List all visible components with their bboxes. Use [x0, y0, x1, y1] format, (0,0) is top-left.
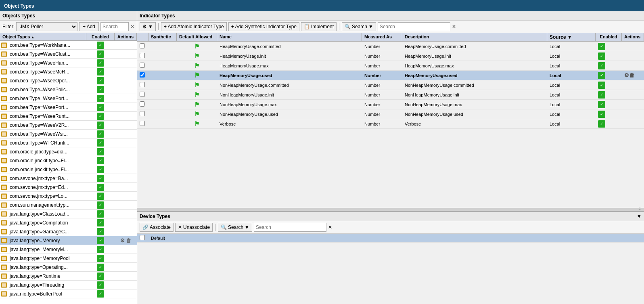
- indicator-search-clear[interactable]: ✕: [452, 24, 456, 29]
- object-row[interactable]: com.oracle.jrockit:type=Fl... ✓: [0, 165, 137, 174]
- settings-button[interactable]: ⚙ ▼: [140, 22, 156, 31]
- object-row[interactable]: java.lang:type=Threading ✓: [0, 281, 137, 289]
- device-search-clear[interactable]: ✕: [328, 224, 332, 230]
- edit-icon[interactable]: ⚙: [120, 237, 125, 243]
- object-row-enabled: ✓: [86, 50, 115, 58]
- indicator-row[interactable]: ⚑ NonHeapMemoryUsage.committed Number No…: [137, 80, 644, 90]
- delete-icon[interactable]: 🗑: [126, 237, 131, 243]
- enabled-check-icon: ✓: [97, 219, 104, 226]
- object-row[interactable]: java.lang:type=Runtime ✓: [0, 272, 137, 281]
- svg-rect-13: [2, 97, 6, 100]
- ind-row-source: Local: [547, 43, 596, 50]
- object-row-enabled: ✓: [86, 59, 115, 67]
- ind-row-actions: [622, 65, 644, 67]
- indicator-types-label: Indicator Types: [140, 13, 175, 19]
- ind-row-checkbox[interactable]: [137, 52, 148, 60]
- ind-row-checkbox[interactable]: [137, 62, 148, 69]
- object-row[interactable]: java.lang:type=Compilation ✓: [0, 218, 137, 227]
- object-row[interactable]: com.bea:Type=WorkMana... ✓: [0, 41, 137, 50]
- ind-row-checkbox[interactable]: [137, 91, 148, 99]
- indicator-row[interactable]: ⚑ NonHeapMemoryUsage.init Number NonHeap…: [137, 90, 644, 100]
- object-row[interactable]: com.bea:Type=WseeRunt... ✓: [0, 112, 137, 121]
- object-row-name: java.lang:type=Memory: [8, 237, 86, 244]
- filter-clear-button[interactable]: ✕: [130, 24, 134, 29]
- object-row[interactable]: java.lang:type=ClassLoad... ✓: [0, 210, 137, 218]
- ind-col-source[interactable]: Source ▼: [547, 33, 596, 41]
- object-row[interactable]: com.bea:Type=WseePort... ✓: [0, 94, 137, 103]
- indicator-row[interactable]: ⚑ NonHeapMemoryUsage.max Number NonHeapM…: [137, 100, 644, 109]
- object-row[interactable]: com.sevone.jmx:type=Ed... ✓: [0, 183, 137, 192]
- ind-row-checkbox[interactable]: [137, 101, 148, 108]
- ind-row-name: NonHeapMemoryUsage.max: [217, 101, 362, 108]
- object-row[interactable]: com.sevone.jmx:type=Lo... ✓: [0, 192, 137, 201]
- indicator-row[interactable]: ⚑ NonHeapMemoryUsage.used Number NonHeap…: [137, 109, 644, 119]
- object-row[interactable]: com.bea:Type=WseePolic... ✓: [0, 85, 137, 94]
- device-search-button[interactable]: 🔍 Search ▼: [218, 223, 252, 232]
- svg-rect-49: [2, 257, 6, 260]
- object-row[interactable]: java.lang:type=Operating... ✓: [0, 263, 137, 272]
- object-row[interactable]: java.lang:type=Memory ✓ ⚙🗑: [0, 236, 137, 245]
- filter-select[interactable]: JMX Poller All Custom: [16, 22, 77, 31]
- ind-col-description[interactable]: Description: [402, 33, 547, 41]
- device-expand-icon[interactable]: ▼: [637, 214, 642, 219]
- object-row[interactable]: java.lang:type=GarbageC... ✓: [0, 227, 137, 236]
- ind-row-checkbox[interactable]: [137, 42, 148, 50]
- ind-col-enabled[interactable]: Enabled: [596, 33, 622, 41]
- object-row[interactable]: com.bea:Type=WseePort... ✓: [0, 103, 137, 112]
- col-header-object-types[interactable]: Object Types: [0, 33, 86, 40]
- ind-row-synthetic: [148, 123, 177, 125]
- ind-row-checkbox[interactable]: [137, 120, 148, 128]
- object-row-name: java.lang:type=GarbageC...: [8, 228, 86, 235]
- add-synthetic-button[interactable]: + Add Synthetic Indicator Type: [228, 22, 299, 31]
- add-button[interactable]: + Add: [79, 22, 99, 31]
- object-row[interactable]: com.bea:Type=WseeMcR... ✓: [0, 67, 137, 76]
- dev-checkbox[interactable]: [137, 234, 148, 242]
- ind-col-synthetic[interactable]: Synthetic: [148, 33, 177, 41]
- object-row[interactable]: java.lang:type=MemoryM... ✓: [0, 245, 137, 254]
- object-row[interactable]: com.bea:Type=WseeWsr... ✓: [0, 130, 137, 138]
- object-row[interactable]: com.bea:Type=WseeClust... ✓: [0, 50, 137, 59]
- object-row[interactable]: com.bea:Type=WseeOper... ✓: [0, 76, 137, 85]
- indicator-row[interactable]: ⚑ HeapMemoryUsage.init Number HeapMemory…: [137, 51, 644, 61]
- object-row[interactable]: java.nio:type=BufferPool ✓: [0, 289, 137, 298]
- ind-col-default[interactable]: Default Allowed: [177, 33, 217, 41]
- ind-row-checkbox[interactable]: [137, 81, 148, 89]
- indicator-search-button[interactable]: 🔍 Search ▼: [342, 22, 376, 31]
- indicator-search-input[interactable]: [378, 22, 450, 31]
- associate-button[interactable]: 🔗 Associate: [140, 223, 174, 232]
- object-row-enabled: ✓: [86, 184, 115, 191]
- object-row-enabled: ✓: [86, 130, 115, 138]
- unassociate-button[interactable]: ✕ Unassociate: [175, 223, 213, 232]
- enabled-check-icon: ✓: [97, 166, 104, 173]
- ind-row-checkbox[interactable]: [137, 110, 148, 118]
- ind-edit-icon[interactable]: ⚙: [624, 72, 629, 78]
- object-row[interactable]: com.bea:Type=WseeV2R... ✓: [0, 121, 137, 130]
- object-row[interactable]: com.sevone.jmx:type=Ba... ✓: [0, 174, 137, 183]
- indicator-row[interactable]: ⚑ HeapMemoryUsage.max Number HeapMemoryU…: [137, 61, 644, 71]
- object-row[interactable]: com.bea:Type=WTCRunti... ✓: [0, 138, 137, 147]
- device-row[interactable]: Default: [137, 234, 644, 243]
- object-row[interactable]: com.oracle.jdbc:type=dia... ✓: [0, 147, 137, 156]
- ind-col-name[interactable]: Name: [217, 33, 362, 41]
- ind-row-enabled: ✓: [596, 42, 622, 51]
- panel-divider[interactable]: ⋮: [137, 208, 644, 211]
- device-search-input[interactable]: [254, 223, 326, 232]
- object-row[interactable]: com.oracle.jrockit:type=Fl... ✓: [0, 156, 137, 165]
- search-dropdown-icon: ▼: [368, 24, 373, 29]
- object-row[interactable]: com.sun.management:typ... ✓: [0, 201, 137, 210]
- object-row-name: java.lang:type=MemoryM...: [8, 246, 86, 253]
- object-row[interactable]: java.lang:type=MemoryPool ✓: [0, 254, 137, 263]
- indicator-row[interactable]: ⚑ Verbose Number Verbose Local ✓: [137, 119, 644, 129]
- ind-col-measured[interactable]: Measured As: [362, 33, 402, 41]
- implement-button[interactable]: 📋 Implement: [301, 22, 337, 31]
- ind-delete-icon[interactable]: 🗑: [629, 72, 634, 78]
- add-atomic-button[interactable]: + Add Atomic Indicator Type: [161, 22, 227, 31]
- filter-search-input[interactable]: [100, 22, 129, 31]
- ind-row-checkbox[interactable]: [137, 71, 148, 79]
- indicator-row[interactable]: ⚑ HeapMemoryUsage.used Number HeapMemory…: [137, 71, 644, 80]
- col-header-enabled[interactable]: Enabled: [86, 33, 115, 40]
- ind-row-name: HeapMemoryUsage.init: [217, 53, 362, 59]
- indicator-row[interactable]: ⚑ HeapMemoryUsage.committed Number HeapM…: [137, 42, 644, 51]
- indicator-section-header: Indicator Types: [137, 11, 644, 21]
- object-row[interactable]: com.bea:Type=WseeHan... ✓: [0, 59, 137, 67]
